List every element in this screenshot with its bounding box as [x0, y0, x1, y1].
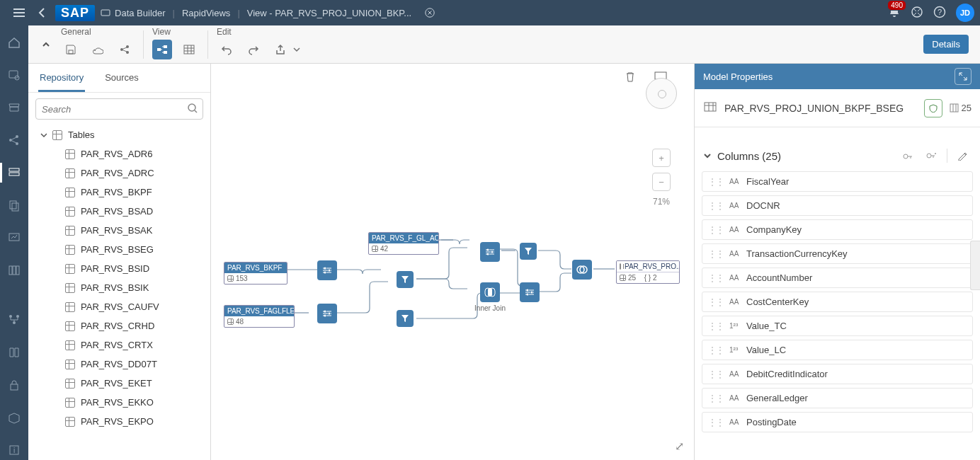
canvas-union-node[interactable] — [572, 260, 592, 280]
rail-lock-icon[interactable] — [0, 375, 28, 395]
table-item[interactable]: PAR_RVS_EKPO — [28, 412, 210, 431]
help-icon[interactable]: ? — [933, 6, 946, 21]
breadcrumb: Data Builder | RapidViews | View - PAR_R… — [101, 6, 437, 20]
table-view-icon[interactable] — [179, 40, 199, 59]
table-item[interactable]: PAR_RVS_CAUFV — [28, 297, 210, 316]
svg-point-41 — [491, 251, 494, 253]
rail-flow-icon[interactable] — [0, 310, 28, 330]
table-item[interactable]: PAR_RVS_ADRC — [28, 163, 210, 183]
rail-store-icon[interactable] — [0, 98, 28, 117]
canvas-settings-node[interactable] — [520, 282, 540, 302]
canvas-filter-node[interactable] — [397, 310, 414, 327]
svg-point-7 — [9, 139, 12, 142]
redo-icon[interactable] — [244, 40, 263, 59]
column-row[interactable]: ⋮⋮AAGeneralLedger — [702, 388, 973, 408]
rail-share-icon[interactable] — [0, 130, 28, 150]
columns-collapse-icon[interactable] — [703, 150, 712, 162]
table-item[interactable]: PAR_RVS_BSEG — [28, 240, 210, 259]
table-item[interactable]: PAR_RVS_BSIK — [28, 278, 210, 297]
toolbar-group-general: General — [61, 27, 91, 37]
breadcrumb-view[interactable]: View - PAR_RVS_PROJ_UNION_BKP... — [247, 8, 411, 18]
table-item[interactable]: PAR_RVS_BSID — [28, 259, 210, 278]
user-avatar[interactable]: JD — [956, 4, 974, 22]
column-row[interactable]: ⋮⋮AACostCenterKey — [702, 292, 973, 312]
breadcrumb-data-builder[interactable]: Data Builder — [101, 8, 166, 18]
model-icon — [703, 100, 717, 116]
table-item[interactable]: PAR_RVS_CRHD — [28, 316, 210, 335]
expand-panel-icon[interactable] — [955, 68, 972, 85]
column-row[interactable]: ⋮⋮AATransactionCurrencyKey — [702, 243, 973, 264]
canvas-join-node[interactable] — [480, 282, 500, 302]
column-row[interactable]: ⋮⋮AAAccountNumber — [702, 268, 973, 288]
association-icon[interactable] — [923, 151, 941, 161]
rail-package-icon[interactable] — [0, 408, 28, 427]
save-icon[interactable] — [61, 40, 81, 59]
table-item[interactable]: PAR_RVS_DD07T — [28, 355, 210, 374]
export-icon[interactable] — [270, 40, 290, 59]
canvas-source-node[interactable]: 2 PAR_RVS_FAGLFLEXA 48 — [224, 305, 295, 328]
pan-control[interactable] — [646, 78, 677, 109]
deploy-icon[interactable] — [88, 40, 108, 59]
column-row[interactable]: ⋮⋮AAPostingDate — [702, 412, 973, 432]
details-button[interactable]: Details — [923, 35, 969, 54]
breadcrumb-space[interactable]: RapidViews — [182, 8, 230, 18]
svg-rect-0 — [101, 10, 110, 16]
hamburger-menu-icon[interactable] — [6, 0, 33, 25]
column-row[interactable]: ⋮⋮AACompanyKey — [702, 219, 973, 240]
table-item[interactable]: PAR_RVS_ADR6 — [28, 144, 210, 163]
canvas-settings-node[interactable] — [480, 242, 500, 262]
edit-columns-icon[interactable] — [953, 151, 972, 161]
undo-icon[interactable] — [217, 40, 237, 59]
zoom-in-icon[interactable]: + — [652, 149, 671, 167]
side-tab-handle[interactable] — [970, 241, 980, 290]
rail-columns-icon[interactable] — [0, 260, 28, 280]
canvas-source-node[interactable]: 1 PAR_RVS_BKPF 153 — [224, 262, 287, 284]
table-item[interactable]: PAR_RVS_BSAK — [28, 221, 210, 240]
rail-data-builder-icon[interactable] — [0, 163, 28, 183]
table-item[interactable]: PAR_RVS_EKKO — [28, 393, 210, 412]
rail-monitor-icon[interactable] — [0, 228, 28, 248]
toolbar-collapse-icon[interactable] — [35, 34, 57, 55]
rail-copy-icon[interactable] — [0, 195, 28, 215]
search-icon[interactable] — [188, 103, 198, 115]
canvas-settings-node[interactable] — [317, 260, 337, 280]
table-item[interactable]: PAR_RVS_BSAD — [28, 202, 210, 221]
key-icon[interactable] — [899, 151, 917, 161]
column-row[interactable]: ⋮⋮1²³Value_TC — [702, 316, 973, 336]
column-row[interactable]: ⋮⋮AADebitCreditIndicator — [702, 364, 973, 384]
column-row[interactable]: ⋮⋮1²³Value_LC — [702, 340, 973, 360]
tab-sources[interactable]: Sources — [103, 67, 140, 92]
rail-home-icon[interactable] — [0, 33, 28, 52]
notifications-icon[interactable]: 490 — [888, 6, 901, 21]
expand-canvas-icon[interactable]: ⤢ — [675, 439, 684, 453]
delete-icon[interactable] — [625, 71, 636, 84]
share-icon[interactable] — [115, 40, 135, 59]
column-row[interactable]: ⋮⋮AAFiscalYear — [702, 171, 973, 192]
back-button[interactable] — [33, 3, 52, 23]
table-item[interactable]: PAR_RVS_EKET — [28, 374, 210, 393]
model-canvas[interactable]: + − 71% — [211, 64, 694, 460]
table-item[interactable]: PAR_RVS_CRTX — [28, 335, 210, 355]
tab-repository[interactable]: Repository — [38, 67, 85, 92]
table-item[interactable]: PAR_RVS_BKPF — [28, 183, 210, 202]
app-rail: i — [0, 25, 28, 460]
support-icon[interactable] — [911, 6, 923, 21]
rail-search-icon[interactable] — [0, 65, 28, 85]
canvas-filter-node[interactable] — [520, 243, 537, 260]
rail-book-icon[interactable] — [0, 343, 28, 362]
properties-panel: Model Properties PAR_RVS_PROJ_UNION_BKPF… — [694, 64, 980, 460]
canvas-source-node[interactable]: 3 PAR_RVS_F_GL_ACC... 42 — [368, 232, 439, 255]
zoom-out-icon[interactable]: − — [652, 173, 671, 191]
column-row[interactable]: ⋮⋮AADOCNR — [702, 195, 973, 216]
svg-rect-17 — [16, 266, 19, 275]
repository-search-input[interactable] — [35, 98, 203, 120]
svg-rect-28 — [157, 48, 161, 51]
rail-info-icon[interactable]: i — [0, 440, 28, 460]
canvas-filter-node[interactable] — [397, 271, 414, 288]
canvas-settings-node[interactable] — [317, 304, 337, 323]
graphical-view-icon[interactable] — [152, 40, 172, 59]
close-tab-icon[interactable] — [423, 6, 437, 20]
export-dropdown-icon[interactable] — [292, 40, 302, 59]
canvas-output-node[interactable]: PAR_RVS_PRO... 25 { } 2 — [616, 260, 680, 284]
tree-group-tables[interactable]: Tables — [28, 125, 210, 144]
